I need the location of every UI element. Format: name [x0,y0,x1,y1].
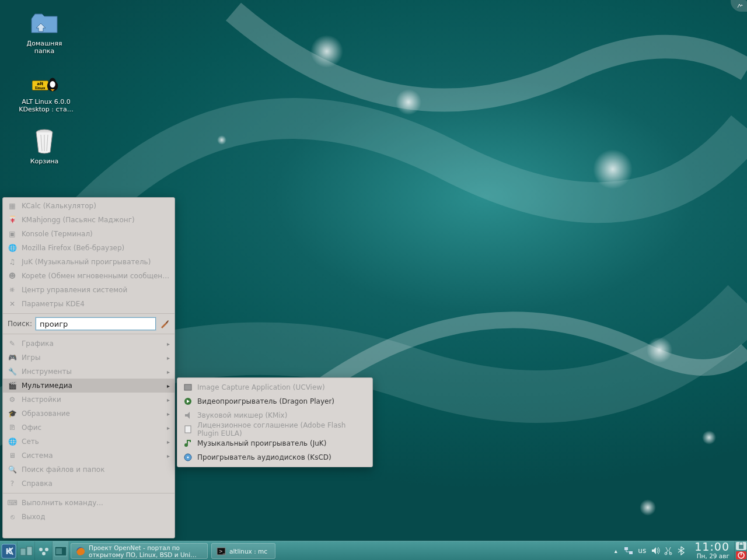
education-icon: 🎓 [8,409,17,418]
category-network[interactable]: 🌐Сеть▸ [3,435,174,449]
menu-separator [3,313,174,314]
tools-icon: 🔧 [8,367,17,376]
category-system[interactable]: 🖥Система▸ [3,449,174,463]
start-button[interactable]: K [0,541,18,560]
menu-item-kcalc[interactable]: ▦KCalc (Калькулятор) [3,199,174,213]
menu-item-kopete[interactable]: ☻Kopete (Обмен мгновенными сообщениями) [3,269,174,283]
show-desktop-button[interactable] [18,541,35,560]
settings-icon: ⚙ [8,395,17,404]
tray-volume-icon[interactable] [649,546,662,555]
search-icon: 🔍 [8,465,17,474]
svg-point-14 [50,81,55,88]
category-education[interactable]: 🎓Образование▸ [3,407,174,421]
category-multimedia[interactable]: 🎬Мультимедиа▸ [3,379,174,393]
svg-rect-19 [184,384,191,390]
desktop-icon-home[interactable]: Домашняя папка [16,9,72,55]
system-icon: 🖥 [8,451,17,460]
start-menu: ▦KCalc (Калькулятор) 🀄KMahjongg (Пасьянс… [2,197,175,538]
submenu-item-dragon-player[interactable]: Видеопроигрыватель (Dragon Player) [177,394,372,408]
desktop-icon-label: ALT Linux 6.0.0 KDesktop : ста… [14,98,78,113]
capture-icon [183,383,193,392]
clock-date: Пн, 29 авг [694,552,729,559]
start-menu-actions: ⌨Выполнить команду... ⎋Выход [3,495,174,525]
clear-search-icon[interactable] [159,318,170,329]
settings-icon: ⛯ [8,285,17,295]
video-player-icon [183,397,193,406]
games-icon: 🎮 [8,353,17,362]
tray-network-icon[interactable] [622,546,635,555]
menu-separator [3,493,174,494]
run-icon: ⌨ [8,498,17,508]
submenu-item-kscd[interactable]: Проигрыватель аудиодисков (KsCD) [177,450,372,464]
start-menu-search-row: Поиск: [3,315,174,332]
chat-icon: ☻ [8,271,17,281]
chevron-right-icon: ▸ [167,341,170,347]
menu-item-kde-settings[interactable]: ✕Параметры KDE4 [3,297,174,311]
menu-item-firefox[interactable]: 🌐Mozilla Firefox (Веб-браузер) [3,241,174,255]
tray-klipper-icon[interactable] [662,546,675,555]
svg-text:>_: >_ [219,549,226,554]
activity-button[interactable] [35,541,53,560]
action-exit[interactable]: ⎋Выход [3,510,174,524]
clock-time: 11:00 [694,541,729,552]
svg-point-31 [42,552,46,555]
lock-screen-button[interactable] [736,542,746,550]
svg-text:linux: linux [35,86,46,90]
chevron-right-icon: ▸ [167,453,170,459]
panel-spacer [277,541,609,560]
search-label: Поиск: [8,320,32,328]
menu-item-konsole[interactable]: ▣Konsole (Терминал) [3,227,174,241]
task-title: Проект OpenNet - портал по открытому ПО,… [89,544,197,558]
svg-point-0 [310,35,343,68]
category-office[interactable]: 🖹Офис▸ [3,421,174,435]
svg-point-7 [702,430,716,444]
music-player-icon [183,439,193,448]
svg-rect-37 [624,547,628,550]
chevron-right-icon: ▸ [167,355,170,361]
help-icon: ? [8,479,17,488]
terminal-icon: ▣ [8,229,17,239]
svg-point-29 [39,548,43,551]
menu-item-juk[interactable]: ♫JuK (Музыкальный проигрыватель) [3,255,174,269]
svg-point-3 [396,89,421,115]
menu-item-control-center[interactable]: ⛯Центр управления системой [3,283,174,297]
multimedia-icon: 🎬 [8,381,17,390]
plasma-toolbox-corner[interactable] [731,0,747,12]
desktop-icon-trash[interactable]: Корзина [16,127,72,165]
desktop-icon-altlinux[interactable]: alt linux ALT Linux 6.0.0 KDesktop : ста… [14,68,78,113]
pager-desktop-1[interactable] [53,541,69,560]
submenu-item-kmix[interactable]: Звуковой микшер (KMix) [177,408,372,422]
submenu-item-juk[interactable]: Музыкальный проигрыватель (JuK) [177,436,372,450]
tray-bluetooth-icon[interactable] [675,546,687,555]
menu-item-kmahjongg[interactable]: 🀄KMahjongg (Пасьянс Маджонг) [3,213,174,227]
tray-expand-icon[interactable]: ▴ [609,548,622,554]
svg-rect-27 [20,548,26,555]
chevron-right-icon: ▸ [167,383,170,389]
svg-rect-33 [56,548,62,554]
menu-separator [3,334,174,334]
chevron-right-icon: ▸ [167,425,170,431]
category-settings[interactable]: ⚙Настройки▸ [3,393,174,407]
category-tools[interactable]: 🔧Инструменты▸ [3,365,174,379]
svg-point-2 [217,135,226,145]
action-run-command[interactable]: ⌨Выполнить команду... [3,496,174,510]
graphics-icon: ✎ [8,339,17,348]
mahjongg-icon: 🀄 [8,215,17,225]
trash-icon [30,127,58,155]
desktop-icon-label: Домашняя папка [16,40,72,55]
panel-clock[interactable]: 11:00 Пн, 29 авг [690,541,734,560]
shutdown-button[interactable] [736,551,746,559]
taskbar-item-firefox[interactable]: Проект OpenNet - портал по открытому ПО,… [71,543,208,559]
category-games[interactable]: 🎮Игры▸ [3,351,174,365]
category-find-files[interactable]: 🔍Поиск файлов и папок [3,463,174,477]
taskbar-item-konsole[interactable]: >_ altlinux : mc [211,543,275,559]
tray-keyboard-layout[interactable]: us [635,547,649,555]
submenu-item-flash-eula[interactable]: Лицензионное соглашение (Adobe Flash Plu… [177,422,372,436]
category-graphics[interactable]: ✎Графика▸ [3,337,174,351]
search-input[interactable] [36,317,156,330]
svg-rect-41 [739,545,743,549]
calculator-icon: ▦ [8,201,17,211]
submenu-item-ucview[interactable]: Image Capture Application (UCView) [177,380,372,394]
network-icon: 🌐 [8,437,17,446]
category-help[interactable]: ?Справка [3,477,174,491]
